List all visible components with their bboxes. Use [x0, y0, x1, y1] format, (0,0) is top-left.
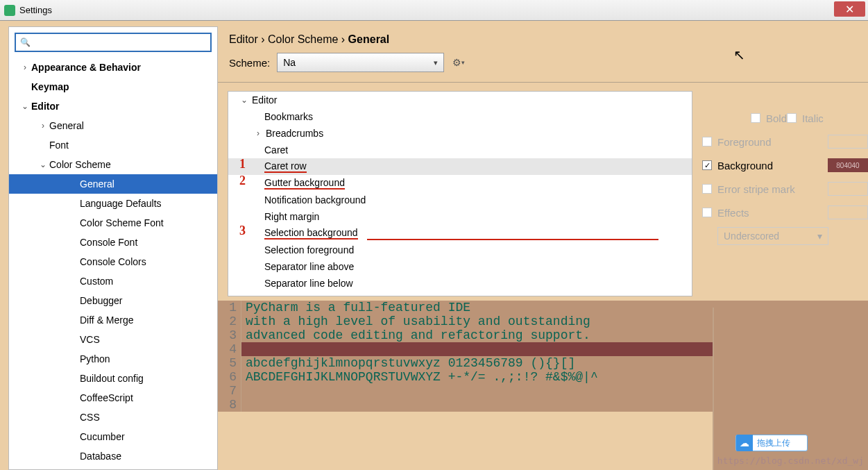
sidebar-item-editor[interactable]: ⌄Editor: [9, 96, 217, 116]
option-caret-row[interactable]: Caret row: [228, 158, 692, 175]
option-separator-line-above[interactable]: Separator line above: [228, 258, 692, 275]
sidebar-item-color-scheme[interactable]: ⌄Color Scheme: [9, 155, 217, 174]
sidebar-item-css[interactable]: CSS: [9, 408, 217, 427]
option-caret[interactable]: Caret: [228, 142, 692, 158]
foreground-swatch[interactable]: [828, 135, 868, 149]
chevron-icon: ›: [38, 121, 48, 131]
annotation-line: [367, 239, 658, 240]
window-title: Settings: [19, 5, 864, 15]
option-selection-foreground[interactable]: Selection foreground: [228, 242, 692, 258]
background-swatch[interactable]: 804040: [828, 158, 868, 172]
annotation-1: 1: [239, 157, 246, 171]
bold-checkbox[interactable]: [751, 113, 760, 123]
sidebar-item-keymap[interactable]: Keymap: [9, 77, 217, 96]
chevron-icon: ›: [20, 62, 30, 72]
chevron-icon: ›: [253, 128, 263, 138]
title-bar: Settings: [0, 0, 868, 21]
settings-tree: ›Appearance & BehaviorKeymap⌄Editor›Gene…: [9, 58, 217, 469]
background-checkbox[interactable]: ✓: [702, 160, 712, 170]
sidebar-item-database[interactable]: Database: [9, 446, 217, 466]
chevron-icon: ⌄: [38, 160, 48, 169]
effects-select[interactable]: Underscored▾: [717, 227, 828, 245]
sidebar-item-debugger[interactable]: Debugger: [9, 291, 217, 310]
properties-panel: Bold Italic Foreground ✓ Background 8040…: [692, 91, 868, 296]
settings-sidebar: 🔍 ›Appearance & BehaviorKeymap⌄Editor›Ge…: [8, 26, 218, 470]
app-icon: [4, 5, 15, 16]
gear-icon[interactable]: ⚙▾: [452, 57, 465, 68]
sidebar-item-custom[interactable]: Custom: [9, 271, 217, 291]
sidebar-item-color-scheme-font[interactable]: Color Scheme Font: [9, 213, 217, 233]
options-tree: ⌄ EditorBookmarks› BreadcrumbsCaretCaret…: [228, 91, 692, 296]
errorstripe-swatch[interactable]: [828, 182, 868, 196]
settings-search[interactable]: 🔍: [15, 33, 212, 52]
search-input[interactable]: [33, 37, 206, 48]
effects-swatch[interactable]: [828, 205, 868, 219]
cloud-icon: ☁: [736, 435, 753, 451]
chevron-down-icon: ▾: [434, 58, 438, 67]
option-separator-line-below[interactable]: Separator line below: [228, 275, 692, 292]
chevron-icon: ⌄: [20, 101, 30, 111]
sidebar-item-diff-merge[interactable]: Diff & Merge: [9, 310, 217, 330]
option-bookmarks[interactable]: Bookmarks: [228, 108, 692, 125]
sidebar-item-coffeescript[interactable]: CoffeeScript: [9, 388, 217, 408]
sidebar-item-general[interactable]: ›General: [9, 116, 217, 135]
sidebar-item-appearance-behavior[interactable]: ›Appearance & Behavior: [9, 58, 217, 77]
sidebar-item-general[interactable]: General: [9, 174, 217, 194]
sidebar-item-python[interactable]: Python: [9, 349, 217, 369]
option-breadcrumbs[interactable]: › Breadcrumbs: [228, 125, 692, 142]
annotation-2: 2: [239, 174, 246, 188]
foreground-checkbox[interactable]: [702, 137, 712, 146]
sidebar-item-font[interactable]: Font: [9, 135, 217, 155]
search-icon: 🔍: [20, 37, 31, 47]
chevron-down-icon: ⌄: [239, 95, 249, 105]
annotation-3: 3: [239, 224, 246, 238]
scheme-label: Scheme:: [229, 57, 270, 69]
errorstripe-checkbox[interactable]: [702, 184, 712, 194]
sidebar-item-vcs[interactable]: VCS: [9, 330, 217, 349]
option-right-margin[interactable]: Right margin: [228, 208, 692, 225]
sidebar-item-buildout-config[interactable]: Buildout config: [9, 369, 217, 388]
scheme-select[interactable]: Na ▾: [277, 53, 444, 72]
close-button[interactable]: ✕: [834, 1, 865, 17]
option-root[interactable]: ⌄ Editor: [228, 92, 692, 108]
sidebar-item-console-colors[interactable]: Console Colors: [9, 252, 217, 271]
sidebar-item-language-defaults[interactable]: Language Defaults: [9, 194, 217, 213]
option-notification-background[interactable]: Notification background: [228, 192, 692, 208]
effects-checkbox[interactable]: [702, 208, 712, 217]
chevron-down-icon: ▾: [817, 230, 822, 242]
option-gutter-background[interactable]: Gutter background: [228, 175, 692, 192]
breadcrumb: Editor › Color Scheme › General: [218, 26, 868, 53]
italic-checkbox[interactable]: [787, 113, 797, 123]
upload-widget[interactable]: ☁ 拖拽上传: [735, 435, 808, 451]
sidebar-item-console-font[interactable]: Console Font: [9, 233, 217, 252]
sidebar-item-cucumber[interactable]: Cucumber: [9, 427, 217, 446]
watermark: https://blog.csdn.net/xd_wj: [717, 455, 864, 466]
